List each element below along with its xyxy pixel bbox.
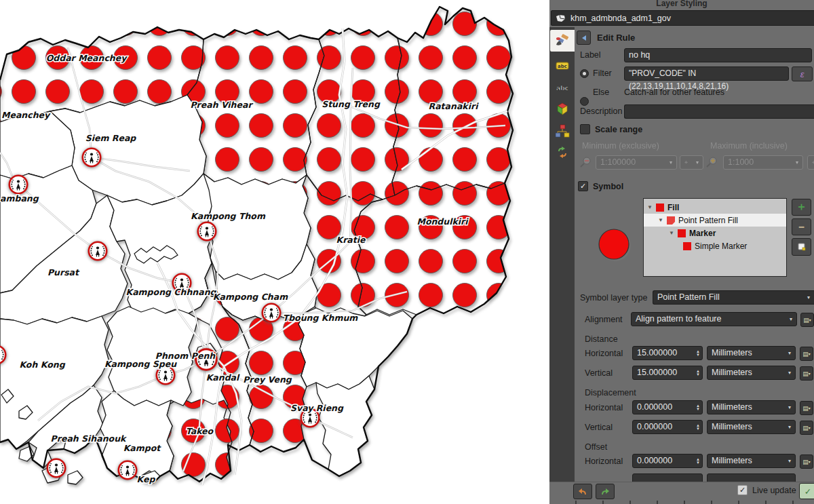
expand-arrow-icon[interactable]: ▼ <box>647 204 653 210</box>
symbol-layer-type-combo[interactable]: Point Pattern Fill▾ <box>653 290 814 305</box>
displacement-horizontal-label: Horizontal <box>585 403 623 412</box>
distance-horizontal-unit-combo[interactable]: Millimeters▾ <box>707 346 796 360</box>
tab-history[interactable] <box>549 142 575 163</box>
data-defined-override-button[interactable]: ▤▾ <box>800 347 813 361</box>
back-arrow-icon <box>581 35 587 41</box>
redo-button[interactable] <box>596 484 615 499</box>
tree-row-fill[interactable]: ▼ Fill <box>644 201 786 214</box>
offset-horizontal-value: 0.000000 <box>637 454 672 467</box>
spin-arrows-icon[interactable]: ▲▼ <box>696 404 700 411</box>
back-button[interactable] <box>577 31 591 45</box>
map-canvas[interactable]: Oddar MeancheyMeancheyPreah VihearStung … <box>0 0 549 504</box>
symbol-checkbox[interactable]: ✓ <box>578 181 588 191</box>
zoom-in-icon <box>705 156 718 171</box>
symbol-tree[interactable]: ▼ Fill ▼ Point Pattern Fill ▼ Marker Sim… <box>643 198 787 277</box>
maximum-scale-combo[interactable]: 1:1000▾ <box>723 155 803 170</box>
data-defined-override-button[interactable]: ▤▾ <box>800 421 813 435</box>
svg-text:abc: abc <box>556 85 568 92</box>
data-defined-override-button[interactable]: ▤▾ <box>800 366 813 381</box>
tree-ppf-label: Point Pattern Fill <box>678 216 738 225</box>
tab-labels[interactable]: abc <box>549 56 575 76</box>
province-label: Tboung Khmum <box>283 313 359 323</box>
province-mondulkiri[interactable] <box>354 183 510 315</box>
layer-styling-panel: Layer Styling khm_admbnda_adm1_gov abc a <box>549 0 814 504</box>
province-label: ambang <box>0 193 39 203</box>
tab-masks[interactable]: abc <box>549 77 575 98</box>
spin-arrows-icon[interactable]: ▲▼ <box>696 458 700 465</box>
edit-rule-title: Edit Rule <box>597 33 635 43</box>
alignment-combo[interactable]: Align pattern to feature▾ <box>631 312 797 326</box>
filter-radio[interactable] <box>580 69 589 78</box>
simple-marker-icon <box>683 242 691 250</box>
distance-vertical-unit-combo[interactable]: Millimeters▾ <box>707 366 796 380</box>
tree-row-marker[interactable]: ▼ Marker <box>644 227 786 239</box>
displacement-vertical-unit-combo[interactable]: Millimeters▾ <box>707 420 796 434</box>
qgis-window: { "panel": { "title": "Layer Styling", "… <box>0 0 814 504</box>
distance-horizontal-spinbox[interactable]: 15.000000 ▲▼ <box>632 346 703 360</box>
displacement-vertical-spinbox[interactable]: 0.000000 ▲▼ <box>632 420 703 434</box>
scale-range-checkbox[interactable] <box>580 124 590 134</box>
distance-horizontal-label: Horizontal <box>585 349 623 358</box>
tab-diagrams[interactable] <box>549 121 575 141</box>
minimum-scale-tool-combo[interactable]: ⌖▾ <box>680 155 703 170</box>
offset-horizontal-spinbox[interactable]: 0.000000 ▲▼ <box>632 454 703 468</box>
filter-expression-input[interactable]: "PROV_CODE" IN (22,13,19,11,10,14,8,21,1… <box>624 66 789 81</box>
expand-arrow-icon[interactable]: ▼ <box>669 230 674 236</box>
scale-range-label: Scale range <box>595 125 642 134</box>
person-icon <box>96 246 99 249</box>
apply-button[interactable]: ✓ <box>799 483 814 499</box>
svg-text:abc: abc <box>558 64 567 69</box>
layer-selector[interactable]: khm_admbnda_adm1_gov <box>551 10 814 26</box>
undo-button[interactable] <box>573 484 592 499</box>
hq-marker <box>83 149 100 166</box>
distance-header: Distance <box>585 334 618 344</box>
expression-builder-button[interactable]: ε <box>792 66 813 81</box>
hq-marker <box>9 176 27 193</box>
minimum-label: Minimum (exclusive) <box>582 141 659 151</box>
duplicate-symbol-layer-button[interactable] <box>792 238 811 256</box>
province-label: Mondulkiri <box>416 216 469 227</box>
offset-horizontal-unit-combo[interactable]: Millimeters▾ <box>707 454 796 468</box>
province-label: Stung Treng <box>322 99 381 109</box>
distance-vertical-spinbox[interactable]: 15.000000 ▲▼ <box>632 366 703 380</box>
spin-arrows-icon[interactable]: ▲▼ <box>696 370 700 376</box>
displacement-horizontal-unit-combo[interactable]: Millimeters▾ <box>707 400 796 414</box>
tree-simple-marker-label: Simple Marker <box>695 241 747 251</box>
hq-marker <box>119 461 136 479</box>
unit-value: Millimeters <box>712 347 752 360</box>
add-symbol-layer-button[interactable]: ＋ <box>792 199 811 216</box>
province-label: Preah Vihear <box>190 100 253 110</box>
maximum-scale-tool-combo[interactable]: ⌖ <box>807 155 814 170</box>
province-svay-rieng[interactable] <box>316 376 374 476</box>
data-defined-override-button[interactable]: ▤▾ <box>800 454 813 469</box>
province-kampong-thom[interactable] <box>204 174 311 279</box>
data-defined-override-button[interactable]: ▤▾ <box>800 313 814 327</box>
fill-symbol-icon <box>656 203 664 212</box>
else-radio[interactable] <box>580 97 589 106</box>
remove-symbol-layer-button[interactable]: ━ <box>792 218 811 235</box>
label-input[interactable]: no hq <box>624 48 812 62</box>
spin-arrows-icon[interactable]: ▲▼ <box>696 424 700 431</box>
symbol-layer-type-value: Point Pattern Fill <box>657 291 720 304</box>
undo-icon <box>578 488 587 496</box>
tree-row-point-pattern-fill[interactable]: ▼ Point Pattern Fill <box>644 214 786 227</box>
tree-row-simple-marker[interactable]: Simple Marker <box>644 239 786 252</box>
point-pattern-fill-icon <box>667 216 675 225</box>
province-takeo[interactable] <box>167 398 232 482</box>
offset-header: Offset <box>585 442 607 452</box>
live-update-checkbox[interactable]: ✓ <box>737 485 748 495</box>
hq-marker <box>198 222 216 240</box>
data-defined-override-button[interactable]: ▤▾ <box>800 401 813 415</box>
minimum-scale-combo[interactable]: 1:100000▾ <box>596 155 677 170</box>
expand-arrow-icon[interactable]: ▼ <box>658 217 663 223</box>
tab-3d-view[interactable] <box>549 99 575 119</box>
diagram-icon <box>555 124 570 138</box>
spin-arrows-icon[interactable]: ▲▼ <box>696 350 700 357</box>
tab-symbology[interactable] <box>550 30 575 52</box>
description-input[interactable] <box>624 104 814 119</box>
province-island-2[interactable] <box>68 471 83 484</box>
displacement-horizontal-spinbox[interactable]: 0.000000 ▲▼ <box>632 400 703 414</box>
province-label: Prey Veng <box>243 374 292 385</box>
displacement-vertical-value: 0.000000 <box>637 421 672 433</box>
minimum-scale-value: 1:100000 <box>600 156 636 169</box>
